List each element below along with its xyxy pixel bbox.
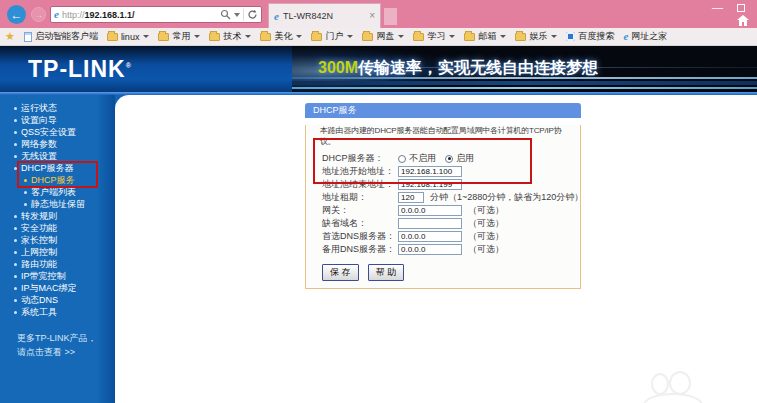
secondary-dns-input[interactable] bbox=[398, 244, 462, 255]
window-controls: — bbox=[712, 2, 745, 12]
field-label: DHCP服务器： bbox=[322, 152, 398, 165]
lease-time-input[interactable] bbox=[398, 192, 424, 203]
address-dropdown-icon[interactable] bbox=[234, 13, 240, 17]
main-content: DHCP服务 本路由器内建的DHCP服务器能自动配置局域网中各计算机的TCP/I… bbox=[115, 95, 757, 403]
new-tab-button[interactable] bbox=[384, 8, 397, 25]
field-label: 网关： bbox=[322, 204, 398, 217]
sidebar-item-parental-control[interactable]: 家长控制 bbox=[0, 234, 115, 246]
bullet-icon bbox=[14, 311, 17, 314]
favorite-folder[interactable]: 网盘 bbox=[362, 30, 404, 43]
pool-start-row: 地址池开始地址： bbox=[306, 165, 580, 178]
sidebar-item-access-control[interactable]: 上网控制 bbox=[0, 246, 115, 258]
tab-close-icon[interactable]: × bbox=[369, 11, 375, 21]
sidebar-item-wireless-settings[interactable]: 无线设置 bbox=[0, 150, 115, 162]
sidebar-item-security[interactable]: 安全功能 bbox=[0, 222, 115, 234]
sidebar-item-qss-security[interactable]: QSS安全设置 bbox=[0, 126, 115, 138]
address-bar-divider bbox=[243, 9, 244, 21]
bullet-icon bbox=[24, 203, 27, 206]
folder-icon bbox=[464, 33, 475, 41]
favorites-bar: ★ 启动智能客户端 linux 常用 技术 美化 门户 网盘 学习 邮箱 娱乐 … bbox=[0, 28, 757, 46]
radio-disable-label: 不启用 bbox=[409, 152, 436, 165]
url-text[interactable]: http://192.168.1.1/ bbox=[62, 10, 217, 20]
favorite-folder[interactable]: 技术 bbox=[209, 30, 251, 43]
ie-icon: e bbox=[623, 31, 628, 42]
sidebar-item-client-list[interactable]: 客户端列表 bbox=[0, 186, 115, 198]
sidebar-item-setup-wizard[interactable]: 设置向导 bbox=[0, 114, 115, 126]
address-bar[interactable]: e http://192.168.1.1/ bbox=[50, 6, 262, 23]
favorite-folder[interactable]: 美化 bbox=[260, 30, 302, 43]
chevron-down-icon bbox=[347, 35, 353, 38]
baidu-icon bbox=[566, 32, 575, 41]
favorite-folder[interactable]: 常用 bbox=[158, 30, 200, 43]
folder-icon bbox=[158, 33, 169, 41]
dhcp-radio-group: 不启用 启用 bbox=[398, 152, 480, 165]
browser-titlebar: ← → e http://192.168.1.1/ e TL-WR842N × … bbox=[0, 0, 757, 28]
domain-row: 缺省域名： （可选） bbox=[306, 217, 580, 230]
folder-icon bbox=[209, 33, 220, 41]
sidebar-item-dynamic-dns[interactable]: 动态DNS bbox=[0, 294, 115, 306]
dhcp-server-row: DHCP服务器： 不启用 启用 bbox=[306, 152, 580, 165]
favorite-item[interactable]: e网址之家 bbox=[623, 30, 667, 43]
chevron-down-icon bbox=[143, 35, 149, 38]
panel-title: DHCP服务 bbox=[305, 103, 581, 118]
back-button[interactable]: ← bbox=[7, 5, 26, 24]
favorite-folder[interactable]: 邮箱 bbox=[464, 30, 506, 43]
chevron-down-icon bbox=[449, 35, 455, 38]
bullet-icon bbox=[24, 191, 27, 194]
bullet-icon bbox=[14, 107, 17, 110]
field-label: 备用DNS服务器： bbox=[322, 243, 398, 256]
watermark-circle bbox=[669, 371, 691, 395]
favorite-folder[interactable]: linux bbox=[107, 32, 150, 42]
sidebar-item-dhcp-service[interactable]: DHCP服务 bbox=[0, 174, 115, 186]
favorite-folder[interactable]: 门户 bbox=[311, 30, 353, 43]
domain-input[interactable] bbox=[398, 218, 462, 229]
favorite-item[interactable]: 百度搜索 bbox=[566, 30, 614, 43]
field-hint: （可选） bbox=[468, 230, 504, 243]
sidebar-item-dhcp-server[interactable]: DHCP服务器 bbox=[0, 162, 115, 174]
home-icon[interactable] bbox=[737, 15, 749, 26]
bullet-icon bbox=[14, 167, 17, 170]
watermark-logo bbox=[643, 371, 705, 403]
sidebar-item-static-address[interactable]: 静态地址保留 bbox=[0, 198, 115, 210]
sidebar-item-network-params[interactable]: 网络参数 bbox=[0, 138, 115, 150]
primary-dns-input[interactable] bbox=[398, 231, 462, 242]
favorite-folder[interactable]: 娱乐 bbox=[515, 30, 557, 43]
save-button[interactable]: 保 存 bbox=[322, 264, 359, 281]
page-icon bbox=[24, 32, 32, 42]
browser-tab[interactable]: e TL-WR842N × bbox=[268, 3, 381, 28]
pool-start-input[interactable] bbox=[398, 166, 462, 177]
panel-intro-text: 本路由器内建的DHCP服务器能自动配置局域网中各计算机的TCP/IP协议。 bbox=[320, 125, 572, 147]
panel-body: 本路由器内建的DHCP服务器能自动配置局域网中各计算机的TCP/IP协议。 DH… bbox=[305, 125, 581, 289]
gateway-input[interactable] bbox=[398, 205, 462, 216]
radio-enable[interactable] bbox=[445, 155, 453, 163]
bullet-icon bbox=[14, 227, 17, 230]
sidebar-item-routing[interactable]: 路由功能 bbox=[0, 258, 115, 270]
sidebar-item-ip-mac-binding[interactable]: IP与MAC绑定 bbox=[0, 282, 115, 294]
help-button[interactable]: 帮 助 bbox=[368, 264, 405, 281]
forward-button[interactable]: → bbox=[31, 7, 46, 22]
favorites-star-icon[interactable]: ★ bbox=[5, 31, 15, 42]
field-hint: （可选） bbox=[468, 217, 504, 230]
field-label: 地址租期： bbox=[322, 191, 398, 204]
pool-end-input[interactable] bbox=[398, 179, 462, 190]
bullet-icon bbox=[14, 143, 17, 146]
field-hint: （可选） bbox=[468, 204, 504, 217]
sidebar-item-bandwidth-control[interactable]: IP带宽控制 bbox=[0, 270, 115, 282]
favorite-folder[interactable]: 学习 bbox=[413, 30, 455, 43]
search-icon[interactable] bbox=[220, 9, 231, 20]
bullet-icon bbox=[14, 239, 17, 242]
favorite-item[interactable]: 启动智能客户端 bbox=[24, 30, 98, 43]
chevron-down-icon bbox=[296, 35, 302, 38]
radio-disable[interactable] bbox=[398, 155, 406, 163]
minimize-button[interactable]: — bbox=[712, 2, 723, 12]
sidebar-item-system-tools[interactable]: 系统工具 bbox=[0, 306, 115, 318]
bullet-icon bbox=[14, 119, 17, 122]
sidebar-item-forward-rules[interactable]: 转发规则 bbox=[0, 210, 115, 222]
radio-enable-label: 启用 bbox=[456, 152, 474, 165]
sidebar-footer[interactable]: 更多TP-LINK产品， 请点击查看 >> bbox=[0, 331, 115, 359]
sidebar-item-running-status[interactable]: 运行状态 bbox=[0, 102, 115, 114]
tplink-logo-area: TP-LINK® bbox=[0, 46, 292, 92]
folder-icon bbox=[515, 33, 526, 41]
restore-button[interactable] bbox=[737, 4, 745, 12]
refresh-icon[interactable] bbox=[247, 9, 258, 20]
